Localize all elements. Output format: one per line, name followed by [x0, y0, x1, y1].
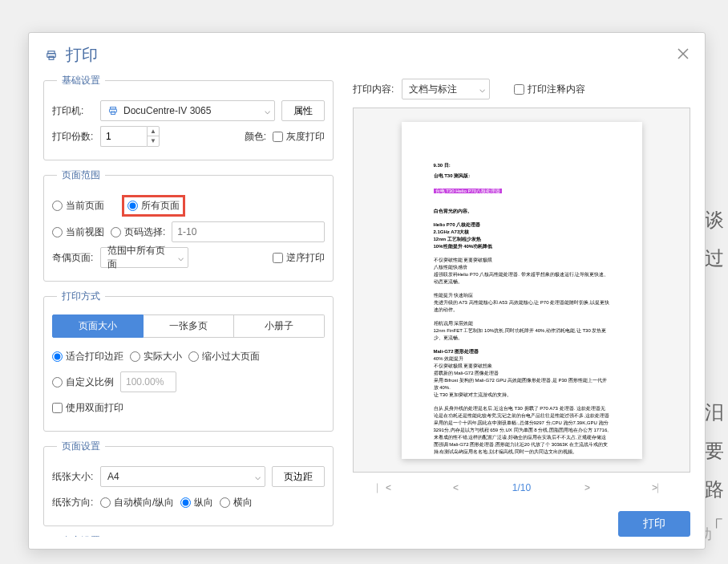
- print-content-label: 打印内容:: [353, 83, 394, 96]
- copies-input[interactable]: [100, 126, 147, 147]
- fit-margin-radio[interactable]: 适合打印边距: [52, 350, 123, 363]
- first-page-button[interactable]: ⎸<: [369, 479, 399, 497]
- preview-page: 9.30 日: 台电 T30 测风版: 台电 T30 Helio P70八核处理…: [402, 122, 642, 459]
- content-settings-group: 内容设置: [43, 534, 334, 537]
- page-setup-group: 页面设置 纸张大小: A4 ⌵ 页边距 纸张方向: 自动横向/纵向 纵向 横向: [43, 440, 334, 526]
- copies-label: 打印份数:: [52, 130, 94, 144]
- dialog-title: 打印: [66, 44, 98, 66]
- scale-input[interactable]: [120, 371, 176, 392]
- preview-panel: 打印内容: 文档与标注 ⌵ 打印注释内容 9.30 日: 台电 T30 测风版:…: [353, 74, 690, 537]
- page-range-input[interactable]: [172, 221, 325, 242]
- landscape-radio[interactable]: 横向: [220, 496, 253, 509]
- page-select-radio[interactable]: 页码选择:: [111, 225, 165, 239]
- duplex-checkbox[interactable]: [52, 403, 63, 413]
- paper-size-select[interactable]: A4 ⌵: [100, 466, 265, 487]
- print-dialog: 打印 基础设置 打印机: DocuCentre-IV 3065 ⌵: [28, 32, 706, 550]
- printer-label: 打印机:: [52, 104, 94, 118]
- print-comments-checkbox-label[interactable]: 打印注释内容: [514, 83, 585, 96]
- tab-multiple[interactable]: 一张多页: [144, 314, 234, 338]
- grayscale-checkbox-label[interactable]: 灰度打印: [273, 130, 325, 144]
- shrink-large-radio[interactable]: 缩小过大页面: [188, 350, 260, 363]
- current-view-radio[interactable]: 当前视图: [52, 225, 104, 239]
- page-navigation: ⎸< < 1/10 > >⎸: [353, 473, 690, 503]
- color-label: 颜色:: [245, 130, 266, 144]
- preview-area: 9.30 日: 台电 T30 测风版: 台电 T30 Helio P70八核处理…: [353, 108, 690, 473]
- odd-even-label: 奇偶页面:: [52, 251, 94, 265]
- print-button[interactable]: 打印: [618, 511, 690, 537]
- reverse-checkbox-label[interactable]: 逆序打印: [273, 251, 325, 265]
- range-legend: 页面范围: [57, 168, 105, 182]
- spin-down[interactable]: ▼: [148, 136, 159, 146]
- auto-orient-radio[interactable]: 自动横向/纵向: [100, 496, 174, 509]
- settings-panel: 基础设置 打印机: DocuCentre-IV 3065 ⌵ 属性 打印份数:: [43, 74, 338, 537]
- properties-button[interactable]: 属性: [281, 100, 325, 121]
- last-page-button[interactable]: >⎸: [644, 479, 674, 497]
- basic-settings-group: 基础设置 打印机: DocuCentre-IV 3065 ⌵ 属性 打印份数:: [43, 74, 334, 160]
- print-method-group: 打印方式 页面大小 一张多页 小册子 适合打印边距 实际大小 缩小过大页面 自定…: [43, 290, 334, 432]
- print-content-select[interactable]: 文档与标注 ⌵: [402, 79, 490, 99]
- duplex-checkbox-label[interactable]: 使用双面打印: [52, 401, 123, 415]
- custom-scale-radio[interactable]: 自定义比例: [52, 375, 114, 389]
- close-icon: [677, 48, 689, 59]
- highlight-all-pages: 所有页面: [122, 195, 185, 217]
- page-range-group: 页面范围 当前页面 所有页面 当前视图 页码选择: 奇偶页面: 范围中所: [43, 168, 334, 282]
- current-page-radio[interactable]: 当前页面: [52, 199, 104, 213]
- printer-select[interactable]: DocuCentre-IV 3065 ⌵: [100, 100, 275, 121]
- title-bar: 打印: [29, 33, 705, 74]
- print-comments-checkbox[interactable]: [514, 84, 524, 95]
- odd-even-select[interactable]: 范围中所有页面 ⌵: [100, 247, 188, 268]
- copies-spinner[interactable]: ▲▼: [100, 126, 160, 147]
- all-pages-radio[interactable]: 所有页面: [127, 199, 180, 213]
- margin-button[interactable]: 页边距: [272, 466, 325, 487]
- prev-page-button[interactable]: <: [445, 479, 467, 497]
- printer-small-icon: [107, 106, 119, 116]
- page-setup-legend: 页面设置: [57, 440, 105, 453]
- tab-page-size[interactable]: 页面大小: [52, 314, 144, 338]
- reverse-checkbox[interactable]: [273, 253, 283, 263]
- orientation-label: 纸张方向:: [52, 496, 94, 509]
- paper-size-label: 纸张大小:: [52, 470, 94, 484]
- portrait-radio[interactable]: 纵向: [180, 496, 213, 509]
- content-legend: 内容设置: [57, 534, 105, 537]
- spin-up[interactable]: ▲: [148, 127, 159, 136]
- actual-size-radio[interactable]: 实际大小: [130, 350, 182, 363]
- grayscale-checkbox[interactable]: [273, 132, 283, 142]
- close-button[interactable]: [677, 48, 689, 63]
- printer-icon: [45, 50, 58, 61]
- next-page-button[interactable]: >: [576, 479, 598, 497]
- printer-value: DocuCentre-IV 3065: [123, 105, 211, 116]
- page-indicator: 1/10: [512, 482, 531, 493]
- basic-legend: 基础设置: [57, 74, 105, 87]
- tab-booklet[interactable]: 小册子: [234, 314, 325, 338]
- method-legend: 打印方式: [57, 290, 105, 303]
